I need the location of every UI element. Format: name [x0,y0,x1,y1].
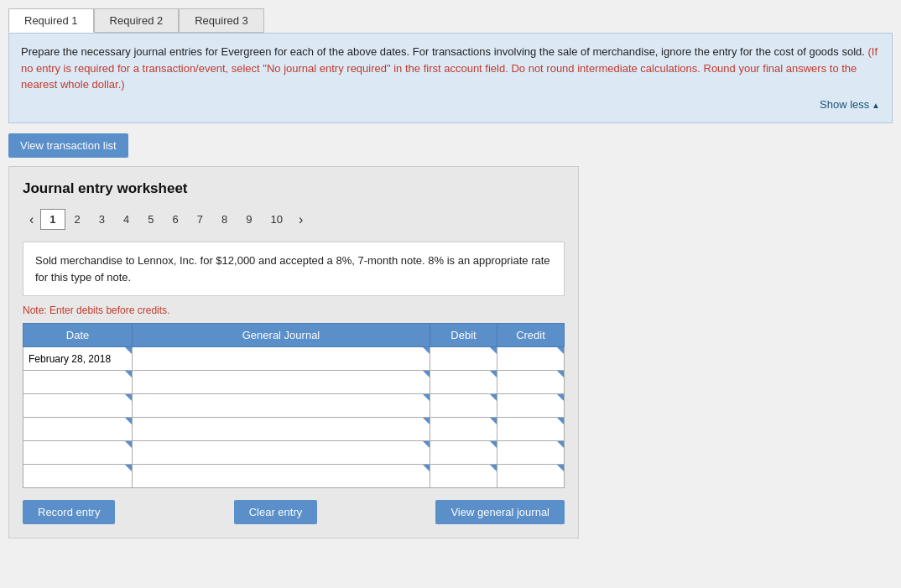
page-9[interactable]: 9 [237,209,261,230]
worksheet-title: Journal entry worksheet [23,180,565,197]
instruction-text-black: Prepare the necessary journal entries fo… [21,45,865,58]
row6-debit-input[interactable] [430,465,497,487]
pagination-next-arrow[interactable]: › [292,211,310,229]
row1-date-input[interactable] [23,347,132,370]
page-7[interactable]: 7 [188,209,212,230]
row1-journal-input[interactable] [133,347,430,370]
page-6[interactable]: 6 [164,209,188,230]
row2-credit-cell [497,371,565,394]
pagination-prev-arrow[interactable]: ‹ [23,211,40,229]
table-row [23,441,565,465]
row1-credit-input[interactable] [497,347,564,370]
row3-date-input[interactable] [23,394,132,417]
row2-journal-input[interactable] [133,371,430,393]
tab-required-3[interactable]: Required 3 [179,8,264,33]
row4-debit-input[interactable] [430,418,497,440]
table-row [23,418,565,441]
row2-debit-input[interactable] [430,371,497,393]
row1-debit-cell [430,347,497,371]
row6-date-cell [23,465,133,488]
page-10[interactable]: 10 [261,209,291,230]
note-description: Sold merchandise to Lennox, Inc. for $12… [23,242,565,296]
row1-debit-input[interactable] [430,347,497,370]
col-header-date: Date [23,324,133,347]
tabs-container: Required 1 Required 2 Required 3 [8,8,893,33]
note-debits: Note: Enter debits before credits. [23,304,565,316]
col-header-credit: Credit [497,324,565,347]
row5-date-cell [23,441,133,465]
col-header-journal: General Journal [133,324,430,347]
row4-debit-cell [430,418,497,441]
page-8[interactable]: 8 [212,209,237,230]
tab-required-2[interactable]: Required 2 [94,8,180,33]
row5-date-input[interactable] [23,441,132,464]
row5-credit-input[interactable] [497,441,564,464]
row2-date-input[interactable] [23,371,132,393]
action-buttons: Record entry Clear entry View general jo… [23,500,565,524]
row1-credit-cell [497,347,565,371]
col-header-debit: Debit [430,324,497,347]
view-general-journal-button[interactable]: View general journal [435,500,565,524]
table-row [23,465,565,488]
row6-credit-cell [497,465,565,488]
row4-date-cell [23,418,133,441]
tab-required-1[interactable]: Required 1 [8,8,94,33]
row1-journal-cell [133,347,430,371]
row3-journal-input[interactable] [133,394,430,417]
table-row [23,394,565,418]
row5-journal-cell [133,441,430,465]
row4-journal-input[interactable] [133,418,430,440]
row2-date-cell [23,371,133,394]
row2-debit-cell [430,371,497,394]
instruction-box: Prepare the necessary journal entries fo… [8,33,893,123]
row3-debit-cell [430,394,497,418]
row4-journal-cell [133,418,430,441]
row1-date-cell [23,347,133,371]
row4-credit-input[interactable] [497,418,564,440]
row5-debit-input[interactable] [430,441,497,464]
row5-journal-input[interactable] [133,441,430,464]
page-5[interactable]: 5 [138,209,163,230]
page-2[interactable]: 2 [65,209,90,230]
row3-journal-cell [133,394,430,418]
table-row [23,347,565,371]
row6-date-input[interactable] [23,465,132,487]
row3-debit-input[interactable] [430,394,497,417]
page-3[interactable]: 3 [90,209,114,230]
row6-journal-cell [133,465,430,488]
row2-journal-cell [133,371,430,394]
row5-debit-cell [430,441,497,465]
row3-credit-cell [497,394,565,418]
clear-entry-button[interactable]: Clear entry [234,500,318,524]
worksheet-container: Journal entry worksheet ‹ 1 2 3 4 5 6 7 … [8,166,579,539]
row3-credit-input[interactable] [497,394,564,417]
pagination: ‹ 1 2 3 4 5 6 7 8 9 10 › [23,209,565,230]
show-less-link[interactable]: Show less ▲ [21,96,880,113]
row4-date-input[interactable] [23,418,132,440]
view-transaction-button[interactable]: View transaction list [8,133,128,158]
page-4[interactable]: 4 [114,209,138,230]
row3-date-cell [23,394,133,418]
row4-credit-cell [497,418,565,441]
row5-credit-cell [497,441,565,465]
journal-table: Date General Journal Debit Credit [23,323,565,488]
row2-credit-input[interactable] [497,371,564,393]
record-entry-button[interactable]: Record entry [23,500,115,524]
page-1[interactable]: 1 [40,209,65,230]
row6-journal-input[interactable] [133,465,430,487]
row6-credit-input[interactable] [497,465,564,487]
table-row [23,371,565,394]
row6-debit-cell [430,465,497,488]
